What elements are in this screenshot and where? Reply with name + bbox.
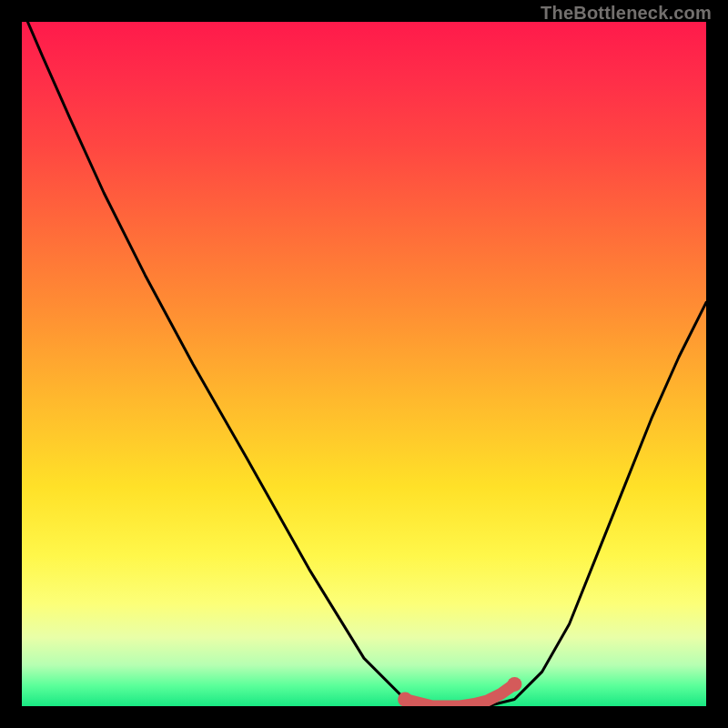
attribution-label: TheBottleneck.com bbox=[541, 3, 712, 24]
bottleneck-gradient bbox=[22, 22, 706, 706]
plot-area bbox=[22, 22, 706, 706]
chart-frame: TheBottleneck.com bbox=[0, 0, 728, 728]
